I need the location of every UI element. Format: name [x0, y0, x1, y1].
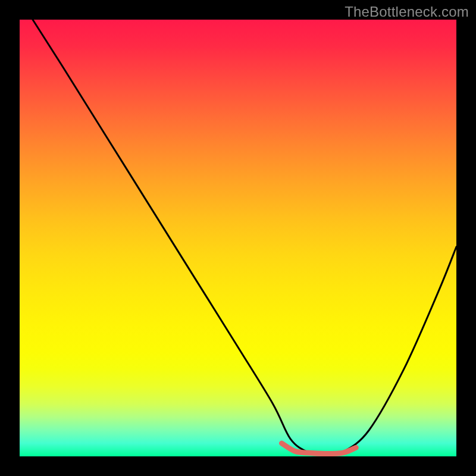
- watermark-text: TheBottleneck.com: [345, 4, 469, 20]
- sweet-spot-path: [281, 443, 356, 454]
- plot-area: [20, 20, 456, 456]
- bottleneck-curve-path: [33, 20, 456, 455]
- curve-layer: [20, 20, 456, 456]
- chart-canvas: TheBottleneck.com: [0, 0, 476, 476]
